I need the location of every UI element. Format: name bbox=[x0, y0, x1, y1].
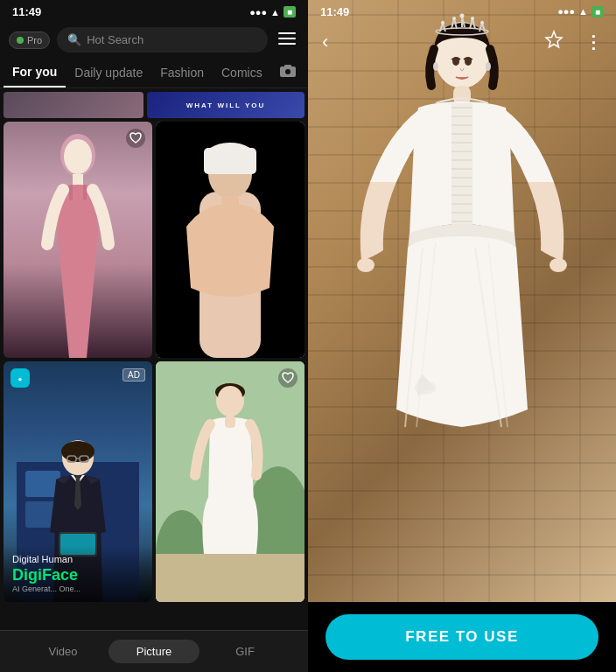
star-button[interactable] bbox=[541, 26, 567, 58]
right-nav-icons: ⋮ bbox=[541, 26, 606, 58]
right-panel: 11:49 ●●● ▲ ■ ‹ ⋮ bbox=[308, 0, 616, 672]
card-white-dress[interactable] bbox=[156, 361, 304, 602]
svg-rect-5 bbox=[284, 65, 291, 67]
card-heart-icon-2[interactable] bbox=[278, 368, 298, 391]
svg-rect-39 bbox=[225, 416, 235, 428]
left-status-time: 11:49 bbox=[12, 5, 41, 18]
wifi-icon: ▲ bbox=[270, 7, 280, 18]
strip-left bbox=[4, 92, 144, 118]
svg-point-54 bbox=[415, 381, 436, 395]
right-wifi-icon: ▲ bbox=[578, 6, 588, 18]
tabs-bar: For you Daily update Fashion Comics bbox=[0, 58, 308, 88]
card-ad[interactable]: ● AD bbox=[4, 361, 152, 602]
svg-marker-40 bbox=[546, 32, 562, 47]
svg-rect-1 bbox=[278, 38, 296, 39]
svg-point-56 bbox=[550, 258, 567, 272]
svg-rect-2 bbox=[278, 43, 296, 45]
toolbar-video-btn[interactable]: Video bbox=[18, 640, 108, 663]
ad-subtitle: AI Generat... One... bbox=[12, 584, 144, 593]
card-towel-woman[interactable] bbox=[156, 122, 304, 358]
tab-for-you[interactable]: For you bbox=[4, 58, 66, 88]
card-pink-dress[interactable] bbox=[4, 122, 152, 358]
right-status-icons: ●●● ▲ ■ bbox=[557, 6, 604, 18]
content-grid: WHAT WILL YOU bbox=[0, 88, 308, 630]
ad-title-big: DigiFace bbox=[12, 566, 144, 584]
right-battery-icon: ■ bbox=[592, 6, 604, 18]
toolbar-gif-btn[interactable]: GIF bbox=[200, 640, 290, 663]
free-to-use-button[interactable]: FREE TO USE bbox=[326, 614, 598, 660]
signal-icon: ●●● bbox=[249, 7, 267, 18]
left-status-bar: 11:49 ●●● ▲ ■ bbox=[0, 0, 308, 22]
towel-woman-figure bbox=[156, 122, 304, 358]
left-status-icons: ●●● ▲ ■ bbox=[249, 6, 296, 18]
ad-badge: AD bbox=[122, 368, 145, 382]
bottom-toolbar: Video Picture GIF bbox=[0, 630, 308, 672]
top-bar: Pro 🔍 Hot Search bbox=[0, 22, 308, 58]
right-status-bar: 11:49 ●●● ▲ ■ bbox=[308, 0, 616, 22]
back-button[interactable]: ‹ bbox=[318, 27, 332, 57]
svg-rect-18 bbox=[221, 196, 239, 214]
wedding-dress-svg bbox=[322, 0, 602, 602]
svg-rect-11 bbox=[69, 185, 73, 200]
svg-rect-17 bbox=[204, 148, 256, 174]
tab-daily-update[interactable]: Daily update bbox=[66, 59, 151, 87]
pink-dress-figure bbox=[4, 122, 152, 358]
svg-point-6 bbox=[126, 129, 145, 148]
right-signal-icon: ●●● bbox=[557, 6, 575, 18]
battery-icon: ■ bbox=[284, 6, 296, 18]
svg-rect-35 bbox=[156, 554, 304, 602]
svg-point-31 bbox=[278, 368, 298, 388]
right-top-bar: ‹ ⋮ bbox=[308, 21, 616, 63]
tab-fashion[interactable]: Fashion bbox=[151, 59, 213, 87]
card-heart-icon[interactable] bbox=[126, 129, 145, 151]
hamburger-menu[interactable] bbox=[275, 27, 299, 52]
pro-dot bbox=[17, 37, 24, 44]
strip-right: WHAT WILL YOU bbox=[147, 92, 304, 118]
left-panel: 11:49 ●●● ▲ ■ Pro 🔍 Hot Search For you D… bbox=[0, 0, 308, 672]
strip-right-text: WHAT WILL YOU bbox=[186, 102, 265, 109]
app-icon: ● bbox=[10, 368, 30, 388]
dress-figure-wrapper bbox=[308, 0, 616, 602]
right-status-time: 11:49 bbox=[320, 5, 349, 18]
more-button[interactable]: ⋮ bbox=[581, 28, 606, 56]
tab-comics[interactable]: Comics bbox=[213, 59, 271, 87]
search-placeholder: Hot Search bbox=[87, 33, 144, 46]
ad-title-small: Digital Human bbox=[12, 554, 144, 564]
svg-rect-12 bbox=[83, 185, 87, 200]
pro-label: Pro bbox=[27, 35, 42, 46]
svg-point-49 bbox=[433, 62, 438, 71]
search-icon: 🔍 bbox=[67, 33, 81, 46]
ad-content-overlay: Digital Human DigiFace AI Generat... One… bbox=[4, 545, 152, 602]
top-strip: WHAT WILL YOU bbox=[4, 92, 304, 118]
pro-badge[interactable]: Pro bbox=[9, 32, 50, 49]
svg-point-4 bbox=[285, 69, 290, 74]
white-dress-figure bbox=[156, 361, 304, 602]
toolbar-picture-btn[interactable]: Picture bbox=[108, 640, 200, 663]
svg-text:●: ● bbox=[18, 375, 23, 383]
svg-point-55 bbox=[357, 258, 374, 272]
svg-point-38 bbox=[218, 386, 242, 410]
svg-point-50 bbox=[486, 62, 491, 71]
main-image-area bbox=[308, 0, 616, 602]
cta-area: FREE TO USE bbox=[308, 602, 616, 672]
search-box[interactable]: 🔍 Hot Search bbox=[57, 27, 268, 52]
svg-rect-0 bbox=[278, 32, 296, 34]
camera-tab-icon[interactable] bbox=[271, 58, 304, 88]
svg-point-9 bbox=[64, 139, 92, 174]
